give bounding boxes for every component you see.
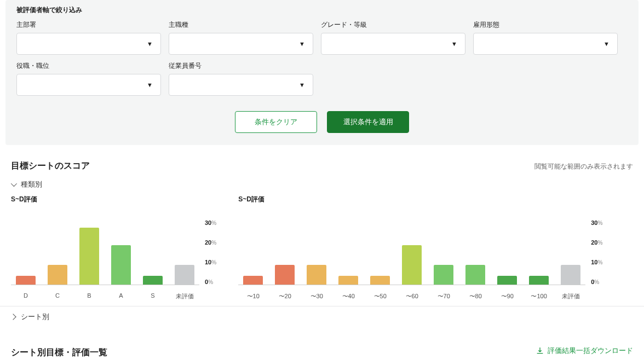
- bar-col: S: [140, 219, 165, 285]
- bar: [175, 265, 194, 285]
- bar: [307, 265, 326, 285]
- bar-col: 〜90: [495, 219, 520, 285]
- chart-title-0: S~D評価: [11, 195, 216, 204]
- label-rank: 役職・職位: [16, 61, 161, 71]
- collapser-by-type[interactable]: 種類別: [0, 174, 644, 195]
- bar: [275, 265, 295, 285]
- field-emp: 雇用形態 ▼: [473, 20, 618, 55]
- ytick: 10%: [205, 259, 216, 265]
- chart-sd-grade: S~D評価 DCBAS未評価 30%20%10%0%: [11, 195, 216, 299]
- apply-button[interactable]: 選択条件を適用: [327, 111, 409, 133]
- bar-label: 〜10: [247, 292, 260, 300]
- ytick: 0%: [591, 279, 602, 285]
- bar: [111, 245, 131, 285]
- ytick: 30%: [205, 219, 216, 226]
- bar-label: 〜90: [501, 292, 514, 300]
- caret-down-icon: ▼: [299, 40, 305, 47]
- bar: [561, 265, 580, 285]
- sheet-section-title: シート別目標・評価一覧: [11, 347, 107, 358]
- label-dept: 主部署: [16, 20, 161, 30]
- chevron-right-icon: [10, 314, 16, 320]
- bar-label: 〜20: [279, 292, 291, 300]
- select-grade[interactable]: ▼: [321, 33, 465, 55]
- bar: [143, 276, 163, 285]
- collapser-by-sheet-label: シート別: [21, 312, 49, 322]
- bar-label: B: [87, 292, 91, 299]
- filter-title: 被評価者軸で絞り込み: [16, 5, 628, 15]
- bar-col: 〜60: [399, 219, 424, 285]
- bar: [243, 276, 263, 285]
- clear-button[interactable]: 条件をクリア: [235, 111, 317, 133]
- bar: [338, 276, 358, 285]
- bar: [465, 265, 485, 285]
- charts-row: S~D評価 DCBAS未評価 30%20%10%0% S~D評価 〜10〜20〜…: [0, 195, 644, 304]
- bar-label: 〜40: [342, 292, 355, 300]
- bar-col: 〜40: [336, 219, 361, 285]
- bar-label: 〜60: [406, 292, 418, 300]
- caret-down-icon: ▼: [603, 40, 610, 47]
- bar-col: A: [108, 219, 134, 285]
- bar-col: C: [45, 219, 70, 285]
- caret-down-icon: ▼: [147, 82, 153, 88]
- bar-col: 〜70: [431, 219, 456, 285]
- bar-label: A: [119, 292, 123, 299]
- bar-col: 〜100: [526, 219, 551, 285]
- bar-label: 〜50: [374, 292, 387, 300]
- score-section-note: 閲覧可能な範囲のみ表示されます: [534, 162, 633, 171]
- bar-label: 〜70: [438, 292, 450, 300]
- bar: [497, 276, 517, 285]
- ytick: 0%: [205, 279, 216, 285]
- ytick: 30%: [591, 219, 602, 226]
- bar-col: 〜50: [367, 219, 393, 285]
- label-grade: グレード・等級: [321, 20, 465, 30]
- select-job[interactable]: ▼: [169, 33, 313, 55]
- filter-panel: 被評価者軸で絞り込み 主部署 ▼ 主職種 ▼ グレード・等級 ▼ 雇用形態 ▼ …: [5, 0, 639, 145]
- caret-down-icon: ▼: [147, 40, 153, 47]
- bar-label: 〜30: [311, 292, 323, 300]
- bar-col: 未評価: [172, 219, 197, 285]
- bar-col: 〜10: [240, 219, 266, 285]
- label-job: 主職種: [169, 20, 313, 30]
- filter-actions: 条件をクリア 選択条件を適用: [16, 111, 628, 133]
- collapser-by-type-label: 種類別: [21, 180, 42, 189]
- select-emp[interactable]: ▼: [473, 33, 618, 55]
- bar-label: C: [55, 292, 60, 299]
- caret-down-icon: ▼: [299, 82, 305, 88]
- collapser-by-sheet[interactable]: シート別: [0, 306, 644, 327]
- chevron-down-icon: [11, 181, 17, 187]
- score-section-head: 目標シートのスコア 閲覧可能な範囲のみ表示されます: [11, 160, 633, 172]
- select-empno[interactable]: ▼: [169, 74, 313, 96]
- chart-bars-1: 〜10〜20〜30〜40〜50〜60〜70〜80〜90〜100未評価: [238, 219, 585, 285]
- chart-yaxis-0: 30%20%10%0%: [205, 219, 216, 285]
- chart-bars-0: DCBAS未評価: [11, 219, 199, 285]
- score-section-title: 目標シートのスコア: [11, 160, 90, 172]
- bar-label: 〜80: [469, 292, 482, 300]
- bar-col: B: [77, 219, 102, 285]
- bar-label: 未評価: [562, 292, 580, 300]
- bar: [529, 276, 549, 285]
- field-job: 主職種 ▼: [169, 20, 313, 55]
- bar-col: 〜80: [463, 219, 488, 285]
- bar-label: 〜100: [531, 292, 547, 300]
- select-dept[interactable]: ▼: [16, 33, 161, 55]
- chart-title-1: S~D評価: [238, 195, 602, 204]
- bar: [434, 265, 453, 285]
- caret-down-icon: ▼: [451, 40, 457, 47]
- bar-col: 〜20: [272, 219, 297, 285]
- download-label: 評価結果一括ダウンロード: [548, 346, 633, 356]
- ytick: 10%: [591, 259, 602, 265]
- select-rank[interactable]: ▼: [16, 74, 161, 96]
- field-dept: 主部署 ▼: [16, 20, 161, 55]
- download-link[interactable]: 評価結果一括ダウンロード: [536, 346, 633, 356]
- bar-label: 未評価: [176, 292, 194, 300]
- bar: [402, 245, 422, 285]
- bar: [79, 228, 99, 285]
- bar-col: 〜30: [304, 219, 329, 285]
- ytick: 20%: [591, 239, 602, 246]
- chart-yaxis-1: 30%20%10%0%: [591, 219, 602, 285]
- bar-col: D: [13, 219, 38, 285]
- bar-label: S: [151, 292, 154, 299]
- ytick: 20%: [205, 239, 216, 246]
- field-grade: グレード・等級 ▼: [321, 20, 465, 55]
- label-emp: 雇用形態: [473, 20, 618, 30]
